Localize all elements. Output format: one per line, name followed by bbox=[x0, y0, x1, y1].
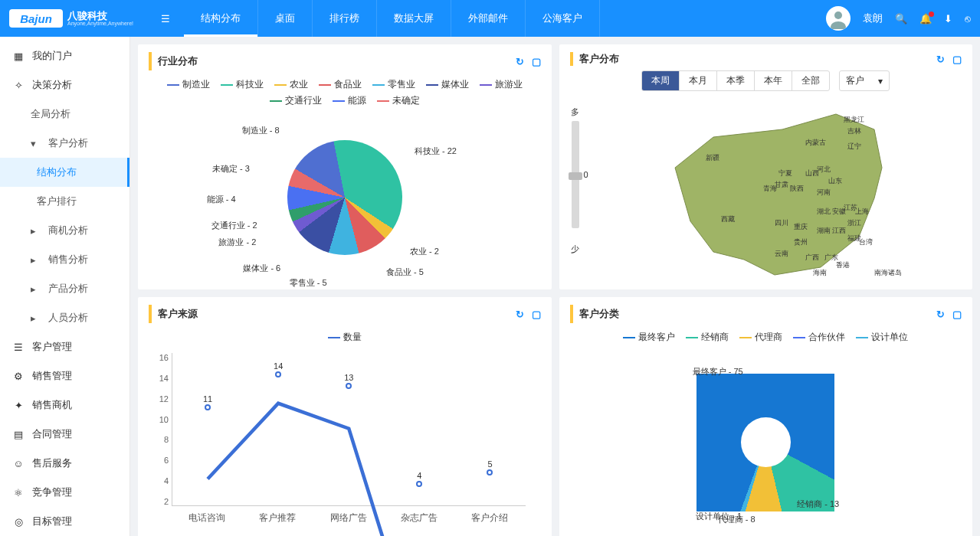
maximize-icon[interactable]: ▢ bbox=[532, 309, 541, 320]
legend-item[interactable]: 设计单位 bbox=[856, 331, 908, 344]
legend-item[interactable]: 农业 bbox=[274, 78, 308, 91]
sidebar-item[interactable]: ◎目标管理 bbox=[0, 507, 129, 536]
sidebar-item[interactable]: ✦销售商机 bbox=[0, 391, 129, 420]
menu-toggle-icon[interactable]: ☰ bbox=[161, 13, 170, 25]
legend-item[interactable]: 零售业 bbox=[372, 78, 415, 91]
maximize-icon[interactable]: ▢ bbox=[532, 56, 541, 67]
region-select[interactable]: 客户 ▾ bbox=[839, 70, 890, 91]
avatar[interactable] bbox=[826, 6, 851, 31]
sidebar-item[interactable]: ▾客户分析 bbox=[0, 129, 129, 158]
legend-item[interactable]: 食品业 bbox=[319, 78, 362, 91]
segment-2[interactable]: 本季 bbox=[717, 71, 755, 90]
legend-item[interactable]: 代理商 bbox=[739, 331, 782, 344]
svg-text:台湾: 台湾 bbox=[859, 238, 873, 246]
pie-label: 农业 - 2 bbox=[410, 246, 439, 257]
sidebar-label: 决策分析 bbox=[32, 78, 72, 92]
card-title: 客户来源 bbox=[158, 307, 198, 321]
card-region: 客户分布 ↻ ▢ 本周本月本季本年全部 客户 ▾ 多 0 少 bbox=[559, 44, 973, 289]
sidebar-item[interactable]: ⚛竞争管理 bbox=[0, 478, 129, 507]
legend-item[interactable]: 交通行业 bbox=[270, 94, 322, 107]
logo[interactable]: Bajun 八骏科技 Anyone,Anytime,Anywhere! bbox=[9, 9, 133, 28]
scale-bar[interactable] bbox=[572, 121, 579, 228]
svg-text:河北: 河北 bbox=[817, 165, 831, 173]
sidebar-icon: ⚙ bbox=[12, 371, 25, 382]
tab-5[interactable]: 公海客户 bbox=[526, 0, 600, 37]
segment-0[interactable]: 本周 bbox=[642, 71, 680, 90]
refresh-icon[interactable]: ↻ bbox=[936, 309, 945, 320]
tab-0[interactable]: 结构分布 bbox=[184, 0, 258, 37]
sidebar-icon: ▤ bbox=[12, 429, 25, 440]
username[interactable]: 袁朗 bbox=[863, 11, 883, 25]
tab-2[interactable]: 排行榜 bbox=[313, 0, 377, 37]
data-label: 4 bbox=[417, 471, 421, 480]
donut-label: 最终客户 - 75 bbox=[693, 366, 743, 377]
legend-item[interactable]: 制造业 bbox=[167, 78, 210, 91]
segment-3[interactable]: 本年 bbox=[755, 71, 792, 90]
svg-text:河南: 河南 bbox=[817, 188, 831, 196]
sidebar-item[interactable]: 客户排行 bbox=[0, 187, 129, 216]
svg-text:浙江: 浙江 bbox=[847, 219, 861, 227]
x-tick: 电话咨询 bbox=[188, 511, 225, 525]
tab-3[interactable]: 数据大屏 bbox=[377, 0, 451, 37]
svg-text:广东: 广东 bbox=[824, 253, 838, 261]
legend-item[interactable]: 科技业 bbox=[221, 78, 264, 91]
segment-1[interactable]: 本月 bbox=[680, 71, 717, 90]
sidebar-item[interactable]: ☺售后服务 bbox=[0, 449, 129, 478]
sidebar-item[interactable]: ▦我的门户 bbox=[0, 41, 129, 70]
refresh-icon[interactable]: ↻ bbox=[516, 56, 524, 67]
card-category: 客户分类 ↻ ▢ 最终客户经销商代理商合作伙伴设计单位 最终客户 - 75经销商… bbox=[559, 297, 973, 536]
sidebar-label: 结构分布 bbox=[37, 165, 77, 179]
content: 行业分布 ↻ ▢ 制造业科技业农业食品业零售业媒体业旅游业交通行业能源未确定 制… bbox=[130, 37, 980, 536]
sidebar-item[interactable]: 全局分析 bbox=[0, 100, 129, 129]
line-chart: 161412108642 11141345 电话咨询客户推荐网络广告杂志广告客户… bbox=[172, 353, 526, 521]
legend-item[interactable]: 经销商 bbox=[686, 331, 729, 344]
sidebar-item[interactable]: ▤合同管理 bbox=[0, 420, 129, 449]
sidebar-item[interactable]: ▸商机分析 bbox=[0, 216, 129, 245]
map-scale: 多 0 少 bbox=[570, 106, 581, 283]
svg-text:内蒙古: 内蒙古 bbox=[805, 139, 826, 146]
tab-1[interactable]: 桌面 bbox=[258, 0, 313, 37]
logout-icon[interactable]: ⎋ bbox=[965, 13, 971, 25]
refresh-icon[interactable]: ↻ bbox=[936, 54, 945, 65]
sidebar-label: 产品分析 bbox=[48, 282, 88, 296]
sidebar-item[interactable]: ⚙销售管理 bbox=[0, 361, 129, 391]
china-map[interactable]: 黑龙江吉林辽宁内蒙古新疆宁夏山西河北山东陕西河南甘肃青海西藏四川重庆湖北安徽江苏… bbox=[588, 99, 962, 283]
sidebar-label: 商机分析 bbox=[48, 224, 88, 237]
data-point[interactable] bbox=[205, 404, 211, 410]
svg-text:贵州: 贵州 bbox=[794, 238, 808, 246]
search-icon[interactable]: 🔍 bbox=[895, 13, 907, 25]
sidebar-label: 销售分析 bbox=[48, 253, 88, 266]
sidebar-item[interactable]: ▸人员分析 bbox=[0, 303, 129, 332]
segment-4[interactable]: 全部 bbox=[792, 71, 829, 90]
legend-item[interactable]: 最终客户 bbox=[623, 331, 675, 344]
sidebar-label: 我的门户 bbox=[32, 49, 72, 63]
tab-4[interactable]: 外部邮件 bbox=[451, 0, 526, 37]
sidebar-item[interactable]: ▸产品分析 bbox=[0, 274, 129, 303]
sidebar-icon: ✦ bbox=[12, 400, 25, 411]
sidebar-icon: ✧ bbox=[12, 80, 25, 91]
legend-item[interactable]: 能源 bbox=[333, 94, 366, 107]
svg-text:黑龙江: 黑龙江 bbox=[844, 116, 864, 123]
bell-icon[interactable]: 🔔 bbox=[919, 13, 932, 25]
svg-text:西藏: 西藏 bbox=[721, 215, 735, 223]
maximize-icon[interactable]: ▢ bbox=[952, 54, 962, 65]
legend-item[interactable]: 合作伙伴 bbox=[793, 331, 845, 344]
sidebar-item[interactable]: ▸销售分析 bbox=[0, 245, 129, 274]
card-source: 客户来源 ↻ ▢ 数量 161412108642 11141345 电话咨询客户… bbox=[138, 297, 552, 536]
legend-item[interactable]: 媒体业 bbox=[426, 78, 469, 91]
sidebar-item[interactable]: ✧决策分析 bbox=[0, 70, 129, 100]
data-point[interactable] bbox=[275, 371, 281, 377]
download-icon[interactable]: ⬇ bbox=[944, 13, 952, 25]
maximize-icon[interactable]: ▢ bbox=[952, 309, 962, 320]
data-point[interactable] bbox=[346, 383, 352, 389]
legend-item[interactable]: 未确定 bbox=[377, 94, 420, 107]
refresh-icon[interactable]: ↻ bbox=[516, 309, 524, 320]
svg-text:云南: 云南 bbox=[775, 250, 788, 257]
x-tick: 杂志广告 bbox=[401, 511, 438, 525]
legend-item[interactable]: 旅游业 bbox=[480, 78, 523, 91]
sidebar-item[interactable]: ☰客户管理 bbox=[0, 332, 129, 361]
data-point[interactable] bbox=[416, 481, 422, 487]
sidebar-item[interactable]: 结构分布 bbox=[0, 158, 129, 187]
time-segment: 本周本月本季本年全部 bbox=[641, 70, 830, 91]
data-point[interactable] bbox=[487, 469, 493, 476]
